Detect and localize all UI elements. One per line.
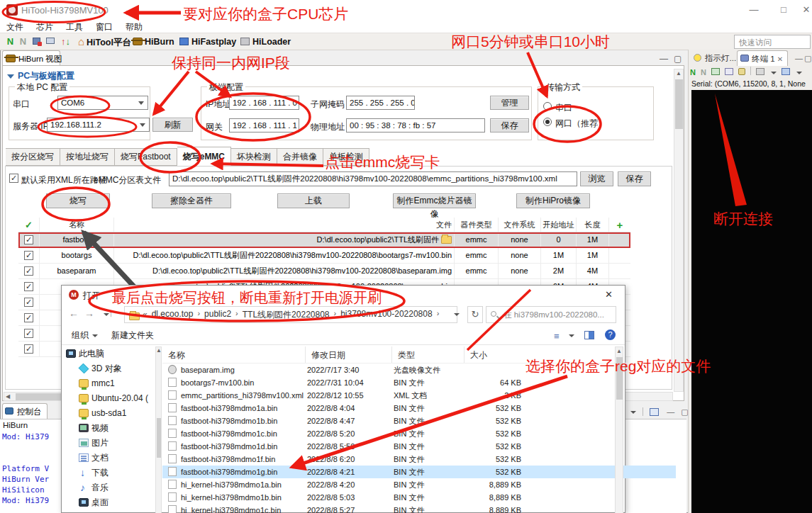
sidebar-item[interactable]: Ubuntu-20.04 ( (63, 391, 157, 406)
file-row[interactable]: fastboot-hi3798mdmo1a.bin 2022/8/8 4:04 … (162, 402, 676, 415)
tab-indicator-lights[interactable]: 指示灯... (691, 50, 740, 66)
toolbar-item-hiloader[interactable]: HiLoader (252, 37, 291, 47)
tab-close-icon[interactable]: ✕ (777, 55, 783, 63)
settings-caret-icon[interactable] (771, 72, 777, 74)
quick-access-input[interactable]: 快速访问 (734, 35, 811, 49)
breadcrumb-item[interactable]: hi3798mv100-20220808 (340, 309, 432, 321)
settings-icon[interactable] (756, 68, 764, 75)
sidebar-item[interactable]: 3D 对象 (63, 361, 157, 376)
refresh-icon[interactable]: ↻ (467, 306, 483, 323)
radio-network[interactable] (543, 118, 552, 126)
burn-button[interactable]: 烧写 (46, 193, 110, 208)
transfer-icon[interactable]: ↑↓ (60, 35, 72, 47)
tab-hiburn-view[interactable]: HiBurn 视图 (2, 50, 60, 66)
tab-console[interactable]: 控制台 (2, 403, 48, 419)
sidebar-item[interactable]: 此电脑 (63, 346, 157, 361)
file-row[interactable]: bootargs7-mv100.bin 2022/7/31 10:04 BIN … (162, 376, 676, 389)
col-file-name[interactable]: 名称 (162, 346, 306, 363)
new-terminal-caret-icon[interactable] (796, 72, 802, 74)
sidebar-item[interactable]: 视频 (63, 421, 157, 436)
burn-mode-tab[interactable]: 按地址烧写 (60, 148, 115, 166)
back-icon[interactable]: ← (69, 308, 79, 319)
row-checkbox[interactable]: ✓ (24, 235, 33, 244)
organize-button[interactable]: 组织 (72, 329, 98, 342)
breadcrumb-item[interactable]: dl.ecoo.top (152, 309, 194, 321)
terminal-connect-icon[interactable]: N (690, 68, 696, 77)
col-name[interactable]: 名称 (40, 218, 114, 232)
sidebar-item[interactable]: 文档 (63, 451, 157, 466)
xml-save-button[interactable]: 保存 (618, 171, 651, 186)
col-type[interactable]: 器件类型 (455, 218, 499, 232)
sidebar-item[interactable]: 下载 (63, 466, 157, 480)
file-browse-icon[interactable] (441, 236, 452, 244)
preview-pane-icon[interactable] (584, 331, 594, 339)
check-all-icon[interactable]: ✓ (18, 218, 40, 232)
burn-mode-tab[interactable]: 烧写Fastboot (115, 148, 177, 166)
upload-button[interactable]: 上载 (277, 193, 350, 208)
breadcrumb-item[interactable]: TTL线刷固件20220808 (243, 309, 330, 321)
file-row[interactable]: fastboot-hi3798mdmo1f.bin 2022/8/8 6:20 … (162, 453, 676, 466)
burn-mode-tab[interactable]: 烧写eMMC (177, 147, 231, 166)
new-terminal-icon[interactable] (782, 68, 790, 75)
server-ip-select[interactable]: 192.168.111.2 (47, 118, 150, 132)
browse-button[interactable]: 浏览 (580, 171, 613, 186)
row-checkbox[interactable]: ✓ (24, 266, 33, 276)
panel-minimize-icon[interactable]: — (795, 54, 803, 62)
terminal-disconnect-icon[interactable]: N (701, 68, 706, 77)
panel-maximize-icon[interactable]: ▢ (804, 54, 811, 63)
netmask-input[interactable]: 255 . 255 . 255 . 0 (346, 96, 415, 110)
serial-port-select[interactable]: COM6 (57, 96, 148, 110)
col-file-size[interactable]: 大小 (465, 346, 530, 363)
new-folder-button[interactable]: 新建文件夹 (111, 329, 154, 342)
col-file[interactable]: 文件 (114, 218, 455, 232)
breadcrumb-item[interactable]: public2 (204, 309, 231, 321)
burn-mode-tab[interactable]: 按分区烧写 (6, 148, 60, 166)
up-icon[interactable]: ↑ (109, 308, 113, 319)
make-emmc-image-button[interactable]: 制作Emmc烧片器镜像 (393, 193, 476, 208)
mac-input[interactable]: 00 : 95 : 38 : 78 : fb : 57 (346, 118, 485, 133)
file-row[interactable]: emmc_partitions_hi3798mv100.xml 2022/8/1… (162, 389, 676, 402)
file-row[interactable]: fastboot-hi3798mdmo1b.bin 2022/8/8 4:47 … (162, 415, 676, 427)
row-checkbox[interactable]: ✓ (24, 344, 33, 354)
dialog-close-icon[interactable]: ✕ (605, 289, 613, 300)
terminal-screen[interactable] (691, 90, 812, 513)
col-length[interactable]: 长度 (577, 218, 609, 232)
row-checkbox[interactable]: ✓ (24, 298, 33, 307)
toolbar-item-hitool-platform[interactable]: HiTool平台 (87, 37, 131, 49)
breadcrumb[interactable]: « dl.ecoo.top›public2›TTL线刷固件20220808›hi… (124, 306, 457, 323)
burn-mode-tab[interactable]: 合并镜像 (277, 148, 323, 166)
view-mode-caret-icon[interactable] (569, 334, 574, 337)
make-hipro-image-button[interactable]: 制作HiPro镜像 (516, 193, 590, 208)
board-ip-input[interactable]: 192 . 168 . 111 . 0 (229, 96, 299, 110)
menu-item[interactable]: 帮助 (126, 21, 143, 33)
sidebar-scrollbar[interactable]: ▲ (155, 346, 162, 513)
view-vertical-scrollbar[interactable]: ▲ (674, 69, 684, 392)
partition-row[interactable]: ✓ baseparam D:\dl.ecoo.top\public2\TTL线刷… (18, 264, 630, 279)
file-row[interactable]: fastboot-hi3798mdmo1c.bin 2022/8/8 5:20 … (162, 427, 676, 440)
col-file-type[interactable]: 类型 (392, 346, 465, 363)
file-row[interactable]: fastboot-hi3798mdmo1d.bin 2022/8/8 5:50 … (162, 440, 676, 453)
file-row[interactable]: hi_kernel-hi3798mdmo1a.bin 2022/8/8 4:20… (162, 478, 676, 491)
xml-path-checkbox[interactable]: ✓ (9, 174, 18, 183)
refresh-button[interactable]: 刷新 (152, 118, 193, 132)
radio-serial[interactable] (543, 102, 552, 111)
burn-mode-tab[interactable]: 坏块检测 (231, 148, 277, 166)
col-file-date[interactable]: 修改日期 (306, 346, 392, 363)
menu-item[interactable]: 文件 (6, 21, 23, 33)
tab-terminal-1[interactable]: 终端 1 ✕ (737, 50, 788, 66)
view-minimize-icon[interactable]: — (660, 54, 668, 64)
partition-row[interactable]: ✓ bootargs D:\dl.ecoo.top\public2\TTL线刷固… (18, 248, 630, 264)
burn-package-icon[interactable] (31, 35, 43, 47)
erase-all-button[interactable]: 擦除全器件 (152, 193, 231, 208)
terminal-copy-icon[interactable] (725, 68, 733, 75)
section-pc-board-config[interactable]: PC与板端配置 (7, 70, 74, 82)
breadcrumb-caret-icon[interactable] (454, 313, 460, 316)
toolbar-item-hifastplay[interactable]: HiFastplay (191, 37, 236, 47)
col-start[interactable]: 开始地址 (541, 218, 577, 232)
file-row[interactable]: fastboot-hi3798mdmo1g.bin 2022/8/8 4:21 … (162, 466, 676, 478)
close-button[interactable]: ✕ (796, 4, 812, 15)
file-row[interactable]: hi_kernel-hi3798mdmo1b.bin 2022/8/8 5:03… (162, 491, 676, 504)
terminal-log-icon[interactable] (711, 68, 720, 75)
board-save-button[interactable]: 保存 (490, 118, 529, 133)
minimize-button[interactable]: — (743, 4, 764, 15)
